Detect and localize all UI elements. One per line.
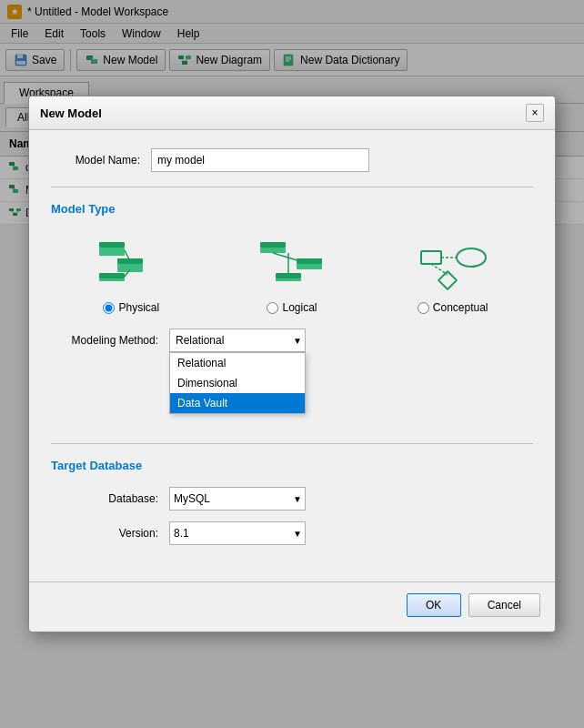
svg-rect-28 (99, 250, 125, 253)
physical-label: Physical (103, 301, 159, 314)
model-name-row: Model Name: (51, 148, 533, 172)
svg-rect-40 (260, 250, 286, 253)
option-data-vault[interactable]: Data Vault (170, 393, 305, 413)
database-label: Database: (51, 492, 169, 505)
target-database-section-title: Target Database (51, 459, 533, 472)
database-select[interactable]: MySQL PostgreSQL Oracle SQL Server (169, 487, 306, 511)
svg-rect-31 (117, 264, 143, 267)
model-type-conceptual[interactable]: Conceptual (381, 230, 524, 314)
svg-line-46 (273, 253, 300, 261)
svg-rect-35 (99, 278, 125, 281)
modeling-method-wrapper: Relational ▼ Relational Dimensional Data… (169, 329, 306, 352)
version-row: Version: 8.1 8.0 5.7 ▼ (51, 521, 533, 545)
model-type-section-title: Model Type (51, 202, 533, 216)
modal-footer: OK Cancel (29, 581, 555, 632)
svg-rect-41 (297, 258, 322, 264)
modal-overlay: New Model × Model Name: Model Type (0, 0, 584, 728)
modeling-method-dropdown: Relational Dimensional Data Vault (169, 352, 306, 414)
model-types-container: Physical (51, 230, 533, 314)
conceptual-label: Conceptual (418, 301, 488, 314)
model-name-label: Model Name: (51, 154, 151, 167)
version-label: Version: (51, 527, 169, 540)
svg-rect-48 (421, 251, 441, 264)
option-relational[interactable]: Relational (170, 353, 305, 373)
modal-body: Model Name: Model Type (29, 130, 555, 574)
svg-rect-39 (260, 248, 286, 250)
physical-icon (90, 230, 172, 294)
conceptual-icon (412, 230, 494, 294)
modal-title-bar: New Model × (29, 96, 555, 130)
model-name-input[interactable] (151, 148, 369, 172)
modeling-method-value: Relational (176, 334, 224, 347)
svg-rect-42 (297, 264, 322, 267)
ok-button[interactable]: OK (407, 593, 461, 617)
svg-point-49 (457, 248, 486, 267)
svg-rect-45 (276, 278, 301, 281)
version-wrapper: 8.1 8.0 5.7 ▼ (169, 521, 306, 545)
svg-rect-43 (297, 267, 322, 269)
svg-rect-50 (438, 271, 457, 289)
modeling-method-label: Modeling Method: (51, 334, 169, 347)
svg-rect-29 (99, 253, 125, 256)
model-type-physical[interactable]: Physical (60, 230, 203, 314)
svg-rect-26 (99, 242, 125, 248)
svg-rect-38 (260, 242, 286, 248)
divider-1 (51, 187, 533, 187)
conceptual-radio[interactable] (418, 302, 429, 314)
svg-rect-34 (99, 273, 125, 278)
modal-close-button[interactable]: × (526, 104, 544, 122)
modeling-method-row: Modeling Method: Relational ▼ Relational… (51, 329, 533, 352)
cancel-button[interactable]: Cancel (468, 593, 540, 617)
modeling-method-select[interactable]: Relational (169, 329, 306, 352)
database-wrapper: MySQL PostgreSQL Oracle SQL Server ▼ (169, 487, 306, 511)
physical-radio[interactable] (103, 302, 115, 314)
model-type-logical[interactable]: Logical (221, 230, 364, 314)
logical-radio[interactable] (267, 302, 278, 314)
logical-icon (251, 230, 333, 294)
divider-2 (51, 443, 533, 444)
svg-rect-27 (99, 248, 125, 250)
modal-title: New Model (40, 106, 102, 120)
logical-label: Logical (267, 301, 317, 314)
version-select[interactable]: 8.1 8.0 5.7 (169, 521, 306, 545)
new-model-dialog: New Model × Model Name: Model Type (28, 96, 556, 632)
svg-rect-32 (117, 267, 143, 269)
option-dimensional[interactable]: Dimensional (170, 373, 305, 393)
database-row: Database: MySQL PostgreSQL Oracle SQL Se… (51, 487, 533, 511)
